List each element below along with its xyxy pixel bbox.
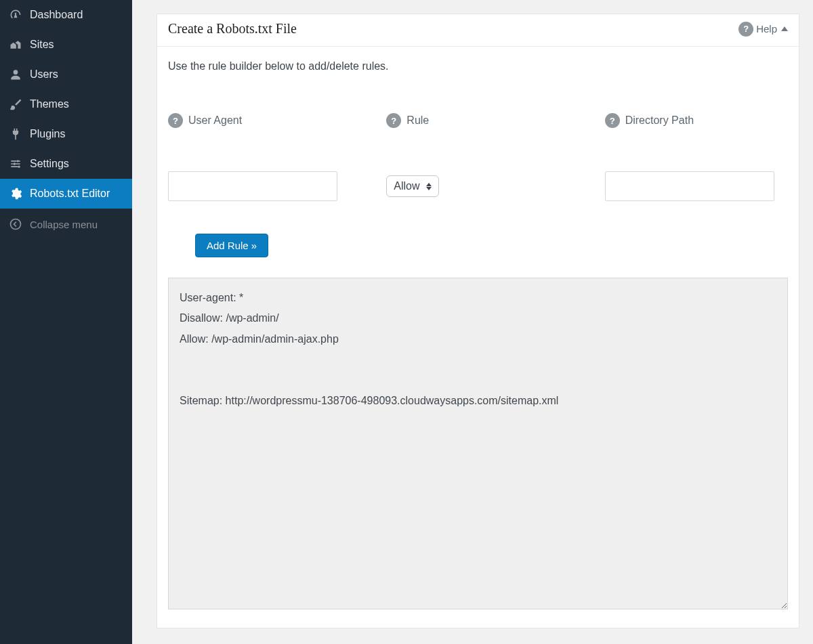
- builder-labels: ? User Agent ? Rule ? Directory Path: [168, 113, 788, 128]
- sidebar-item-label: Dashboard: [30, 9, 83, 21]
- svg-point-1: [14, 163, 16, 165]
- user-agent-label: ? User Agent: [168, 113, 351, 128]
- sidebar-item-label: Sites: [30, 39, 54, 51]
- sidebar-item-label: Robots.txt Editor: [30, 188, 110, 200]
- builder-inputs: Allow: [168, 171, 788, 201]
- panel-title: Create a Robots.txt File: [168, 21, 297, 37]
- sidebar-item-sites[interactable]: Sites: [0, 30, 132, 60]
- add-rule-row: Add Rule »: [168, 234, 788, 257]
- houses-icon: [8, 37, 23, 52]
- collapse-menu-label: Collapse menu: [30, 219, 98, 230]
- collapse-icon: [8, 217, 23, 232]
- rule-label-text: Rule: [406, 114, 429, 127]
- add-rule-button[interactable]: Add Rule »: [195, 234, 268, 257]
- svg-point-0: [17, 160, 19, 162]
- help-icon[interactable]: ?: [605, 113, 620, 128]
- user-icon: [8, 67, 23, 82]
- gear-icon: [8, 186, 23, 201]
- intro-text: Use the rule builder below to add/delete…: [168, 60, 788, 72]
- collapse-menu[interactable]: Collapse menu: [0, 209, 132, 239]
- caret-up-icon: [781, 26, 788, 31]
- plug-icon: [8, 127, 23, 142]
- user-agent-input[interactable]: [168, 171, 337, 201]
- main-content: Create a Robots.txt File ? Help Use the …: [132, 0, 813, 644]
- sidebar-item-users[interactable]: Users: [0, 60, 132, 89]
- svg-point-3: [11, 219, 21, 230]
- sidebar-item-robots[interactable]: Robots.txt Editor: [0, 179, 132, 209]
- directory-path-input[interactable]: [605, 171, 774, 201]
- sidebar-item-dashboard[interactable]: Dashboard: [0, 0, 132, 30]
- rule-label: ? Rule: [386, 113, 569, 128]
- panel-header: Create a Robots.txt File ? Help: [157, 14, 799, 47]
- user-agent-label-text: User Agent: [188, 114, 242, 127]
- sidebar-item-settings[interactable]: Settings: [0, 149, 132, 179]
- sidebar-item-label: Themes: [30, 98, 69, 110]
- directory-path-label-text: Directory Path: [625, 114, 694, 127]
- admin-sidebar: Dashboard Sites Users Themes Plugins Set…: [0, 0, 132, 644]
- panel-body: Use the rule builder below to add/delete…: [157, 47, 799, 628]
- sidebar-item-plugins[interactable]: Plugins: [0, 119, 132, 149]
- help-tab[interactable]: ? Help: [738, 22, 788, 37]
- help-icon[interactable]: ?: [168, 113, 183, 128]
- updown-icon: [426, 183, 432, 190]
- robots-textarea[interactable]: [168, 278, 788, 609]
- sidebar-item-label: Settings: [30, 158, 69, 170]
- rule-select-value: Allow: [394, 180, 419, 192]
- rule-select[interactable]: Allow: [386, 175, 439, 197]
- sliders-icon: [8, 156, 23, 171]
- sidebar-item-label: Users: [30, 68, 58, 81]
- robots-panel: Create a Robots.txt File ? Help Use the …: [157, 14, 799, 628]
- help-icon: ?: [738, 22, 753, 37]
- brush-icon: [8, 97, 23, 112]
- sidebar-item-themes[interactable]: Themes: [0, 89, 132, 119]
- gauge-icon: [8, 7, 23, 22]
- help-label: Help: [756, 23, 777, 35]
- svg-point-2: [18, 166, 20, 168]
- directory-path-label: ? Directory Path: [605, 113, 788, 128]
- help-icon[interactable]: ?: [386, 113, 401, 128]
- sidebar-item-label: Plugins: [30, 128, 65, 140]
